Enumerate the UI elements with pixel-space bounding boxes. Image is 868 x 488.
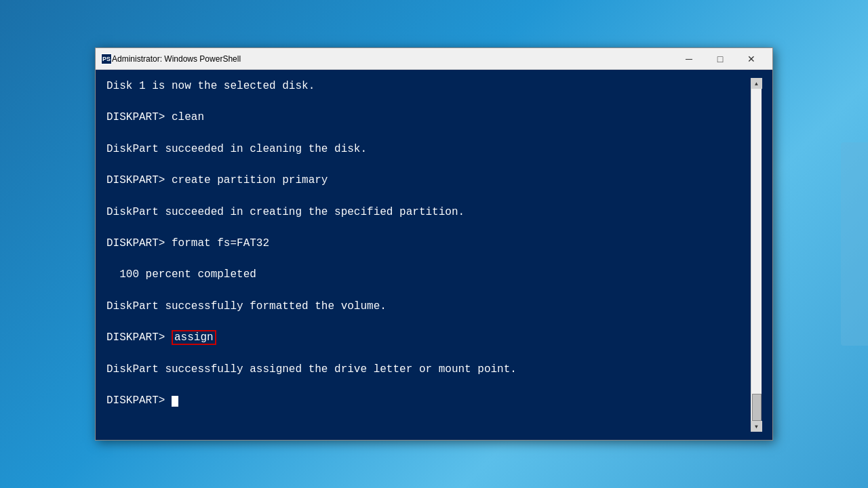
spacer-1 <box>106 96 748 110</box>
powershell-window: PS Administrator: Windows PowerShell ─ □… <box>95 47 773 441</box>
window-title: Administrator: Windows PowerShell <box>112 54 673 64</box>
maximize-button[interactable]: □ <box>705 48 736 70</box>
spacer-6 <box>106 253 748 267</box>
spacer-4 <box>106 190 748 204</box>
output-line-8: DiskPart successfully formatted the volu… <box>106 298 748 316</box>
scroll-up-arrow[interactable]: ▲ <box>751 78 762 89</box>
spacer-10 <box>106 378 748 392</box>
output-line-7: 100 percent completed <box>106 266 748 284</box>
minimize-button[interactable]: ─ <box>673 48 705 70</box>
cursor <box>172 396 178 407</box>
close-button[interactable]: ✕ <box>736 48 767 70</box>
spacer-5 <box>106 221 748 235</box>
window-controls: ─ □ ✕ <box>673 48 767 70</box>
app-icon: PS <box>101 54 112 64</box>
output-line-1: Disk 1 is now the selected disk. <box>106 78 748 96</box>
terminal-content: Disk 1 is now the selected disk. DISKPAR… <box>106 78 751 432</box>
scroll-down-arrow[interactable]: ▼ <box>751 421 762 432</box>
scroll-track[interactable] <box>751 89 762 421</box>
command-line-format: DISKPART> format fs=FAT32 <box>106 235 748 253</box>
output-line-10: DiskPart successfully assigned the drive… <box>106 361 748 379</box>
prompt-line: DISKPART> <box>106 392 748 410</box>
spacer-3 <box>106 158 748 172</box>
titlebar: PS Administrator: Windows PowerShell ─ □… <box>96 48 772 70</box>
scrollbar[interactable]: ▲ ▼ <box>751 78 762 432</box>
terminal-body[interactable]: Disk 1 is now the selected disk. DISKPAR… <box>96 70 772 440</box>
output-line-5: DiskPart succeeded in creating the speci… <box>106 204 748 222</box>
spacer-8 <box>106 315 748 329</box>
assign-highlight: assign <box>172 330 216 345</box>
scroll-thumb[interactable] <box>752 394 762 421</box>
spacer-7 <box>106 284 748 298</box>
command-line-create: DISKPART> create partition primary <box>106 172 748 190</box>
command-line-assign: DISKPART> assign <box>106 329 748 347</box>
spacer-2 <box>106 127 748 141</box>
command-line-clean: DISKPART> clean <box>106 109 748 127</box>
spacer-9 <box>106 347 748 361</box>
output-line-3: DiskPart succeeded in cleaning the disk. <box>106 141 748 159</box>
